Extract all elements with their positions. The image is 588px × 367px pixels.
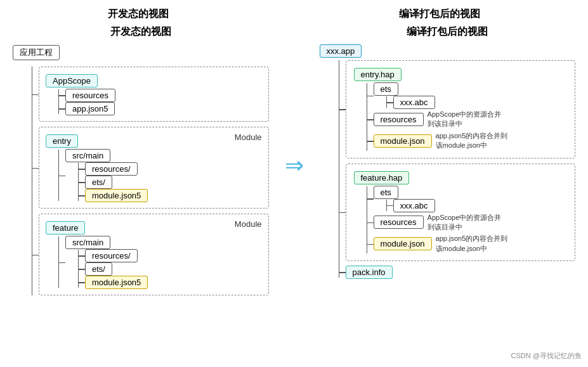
feature-hap-resources-node: resources <box>374 216 424 229</box>
root-node: 应用工程 <box>13 45 60 60</box>
entry-modulejson5-node: module.json5 <box>85 189 148 202</box>
entry-hap-modulejson-node: module.json <box>374 134 432 148</box>
feature-hap-node: feature.hap <box>354 171 410 184</box>
feature-hap-abc-node: xxx.abc <box>393 199 435 212</box>
entry-srcmain-node: src/main <box>65 149 110 162</box>
feature-hap-modulejson-node: module.json <box>374 237 432 250</box>
left-panel-title: 开发态的视图 <box>13 25 269 39</box>
feature-ets-node: ets/ <box>85 262 112 276</box>
feature-node: feature <box>46 221 85 235</box>
entry-hap-modulejson-annotation: app.json5的内容合并到该module.json中 <box>436 131 512 151</box>
feature-hap-ets-node: ets <box>374 186 398 199</box>
feature-resources-node: resources/ <box>85 249 138 262</box>
entry-hap-abc-node: xxx.abc <box>393 96 435 109</box>
entry-hap-ets-node: ets <box>374 82 398 96</box>
feature-hap-resources-annotation: AppScope中的资源合并到该目录中 <box>428 213 504 233</box>
arrow-icon: ⇒ <box>285 152 304 179</box>
feature-srcmain-node: src/main <box>65 236 110 249</box>
pack-info-node: pack.info <box>346 266 393 279</box>
entry-node: entry <box>46 134 78 148</box>
feature-modulejson5-node: module.json5 <box>85 276 148 289</box>
right-panel: 编译打包后的视图 xxx.app entry.hap ets <box>313 25 576 280</box>
right-panel-title: 编译打包后的视图 <box>320 25 576 39</box>
entry-hap-resources-annotation: AppScope中的资源合并到该目录中 <box>428 110 504 129</box>
entry-module-label: Module <box>235 132 262 142</box>
left-title: 开发态的视图 <box>108 8 169 21</box>
entry-ets-node: ets/ <box>85 176 112 189</box>
entry-hap-node: entry.hap <box>354 68 402 81</box>
arrow-container: ⇒ <box>275 152 313 179</box>
app-json5-node: app.json5 <box>65 102 115 115</box>
feature-module-label: Module <box>235 219 262 229</box>
watermark: CSDN @寻找记忆的鱼 <box>511 351 582 361</box>
left-panel: 开发态的视图 应用工程 AppScope resources <box>13 25 275 300</box>
right-title: 编译打包后的视图 <box>399 8 480 21</box>
entry-resources-node: resources/ <box>85 162 138 176</box>
feature-hap-modulejson-annotation: app.json5的内容合并到该module.json中 <box>436 234 512 254</box>
resources-node: resources <box>65 89 115 102</box>
xxx-app-node: xxx.app <box>320 44 362 58</box>
appscope-node: AppScope <box>46 74 98 87</box>
entry-hap-resources-node: resources <box>374 113 424 126</box>
